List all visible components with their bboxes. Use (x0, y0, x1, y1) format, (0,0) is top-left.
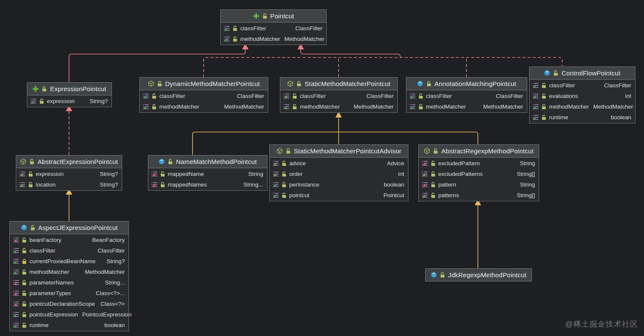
field-row: pointcutExpressionPointcutExpression (10, 309, 129, 320)
field-type: String? (89, 98, 108, 104)
property-read-icon (13, 269, 19, 275)
class-node-jdk-regexp-method-pointcut[interactable]: JdkRegexpMethodPointcut (425, 268, 532, 281)
class-header-annotation-matching-pointcut[interactable]: AnnotationMatchingPointcut (406, 78, 527, 90)
class-node-static-method-matcher-pointcut-advisor[interactable]: StaticMethodMatcherPointcutAdvisoradvice… (269, 144, 408, 201)
lock-open-icon (282, 192, 287, 198)
class-title: ExpressionPointcut (50, 85, 106, 92)
field-row: classFilterClassFilter (529, 80, 635, 91)
class-header-name-match-method-pointcut[interactable]: NameMatchMethodPointcut (148, 155, 267, 168)
class-node-annotation-matching-pointcut[interactable]: AnnotationMatchingPointcutclassFilterCla… (406, 77, 527, 113)
lock-open-icon (29, 159, 34, 165)
class-node-abstract-regexp-method-pointcut[interactable]: AbstractRegexpMethodPointcutexcludedPatt… (418, 144, 539, 201)
class-header-abstract-regexp-method-pointcut[interactable]: AbstractRegexpMethodPointcut (419, 145, 539, 158)
field-name: currentProxiedBeanName (29, 258, 95, 264)
lock-open-icon (440, 272, 445, 278)
property-write-icon (13, 290, 19, 296)
class-title: Pointcut (270, 12, 294, 20)
class-header-abstract-expression-pointcut[interactable]: AbstractExpressionPointcut (16, 155, 122, 168)
field-type: boolean (611, 114, 631, 121)
lock-open-icon (541, 83, 546, 89)
property-read-icon (30, 98, 37, 104)
class-node-aspectj-expression-pointcut[interactable]: AspectJExpressionPointcutbeanFactoryBean… (9, 221, 129, 331)
class-header-control-flow-pointcut[interactable]: ControlFlowPointcut (529, 67, 635, 80)
class-title: AbstractExpressionPointcut (37, 158, 118, 165)
field-type: String (520, 160, 535, 167)
class-title: AbstractRegexpMethodPointcut (441, 147, 534, 155)
lock-open-icon (282, 171, 287, 177)
class-header-pointcut[interactable]: Pointcut (221, 10, 326, 23)
property-readwrite-icon (273, 171, 279, 177)
field-type: ClassFilter (237, 93, 264, 99)
lock-closed-icon (22, 258, 27, 264)
class-fields-expression-pointcut: expressionString? (27, 95, 112, 107)
lock-open-icon (22, 269, 27, 275)
field-row: mappedNamesString... (148, 179, 267, 190)
class-node-abstract-expression-pointcut[interactable]: AbstractExpressionPointcutexpressionStri… (16, 155, 122, 191)
property-read-icon (143, 93, 149, 99)
field-name: evaluations (549, 93, 578, 99)
class-header-static-method-matcher-pointcut-advisor[interactable]: StaticMethodMatcherPointcutAdvisor (270, 145, 408, 158)
field-name: classFilter (159, 93, 185, 99)
class-fields-control-flow-pointcut: classFilterClassFilterevaluationsintmeth… (529, 80, 635, 123)
lock-open-icon (541, 115, 546, 121)
lock-open-icon (152, 104, 157, 110)
field-row: locationString? (16, 179, 122, 190)
field-row: methodMatcherMethodMatcher (406, 101, 527, 112)
class-node-static-method-matcher-pointcut[interactable]: StaticMethodMatcherPointcutclassFilterCl… (280, 77, 398, 113)
property-readwrite-icon (422, 171, 428, 177)
field-row: currentProxiedBeanNameString? (10, 256, 129, 267)
class-title: JdkRegexpMethodPointcut (448, 271, 526, 279)
lock-open-icon (22, 290, 27, 296)
class-header-static-method-matcher-pointcut[interactable]: StaticMethodMatcherPointcut (280, 78, 397, 90)
property-read-icon (273, 192, 279, 198)
lock-open-icon (286, 148, 291, 154)
class-header-expression-pointcut[interactable]: ExpressionPointcut (27, 83, 112, 95)
class-node-expression-pointcut[interactable]: ExpressionPointcutexpressionString? (27, 82, 112, 107)
class-node-control-flow-pointcut[interactable]: ControlFlowPointcutclassFilterClassFilte… (529, 66, 635, 123)
field-type: Pointcut (383, 192, 404, 198)
class-node-name-match-method-pointcut[interactable]: NameMatchMethodPointcutmappedNameStringm… (148, 155, 267, 191)
field-name: methodMatcher (159, 103, 199, 110)
field-row: adviceAdvice (270, 158, 408, 169)
property-write-icon (13, 279, 19, 286)
field-name: location (36, 181, 56, 188)
field-row: patternString (419, 179, 539, 190)
class-title: NameMatchMethodPointcut (176, 158, 257, 165)
field-type: String (520, 181, 535, 188)
lock-open-icon (418, 93, 423, 99)
field-name: perInstance (289, 181, 319, 188)
property-read-icon (532, 103, 539, 110)
field-name: classFilter (240, 25, 266, 32)
watermark: @稀土掘金技术社区 (565, 319, 638, 329)
field-name: expression (36, 171, 63, 177)
property-read-icon (283, 103, 290, 110)
class-node-pointcut[interactable]: PointcutclassFilterClassFiltermethodMatc… (220, 9, 327, 45)
field-name: patterns (438, 192, 459, 198)
lock-open-icon (296, 81, 302, 87)
field-type: MethodMatcher (483, 103, 523, 110)
field-type: PointcutExpression (82, 311, 132, 318)
class-header-dynamic-method-matcher-pointcut[interactable]: DynamicMethodMatcherPointcut (140, 78, 268, 90)
field-type: String? (100, 181, 118, 188)
class-header-jdk-regexp-method-pointcut[interactable]: JdkRegexpMethodPointcut (426, 269, 532, 281)
field-name: runtime (549, 114, 568, 121)
interface-icon (32, 86, 39, 92)
class-fields-dynamic-method-matcher-pointcut: classFilterClassFiltermethodMatcherMetho… (140, 90, 268, 112)
field-type: String (248, 171, 263, 177)
abstract-class-icon (20, 158, 26, 165)
class-header-aspectj-expression-pointcut[interactable]: AspectJExpressionPointcut (10, 221, 129, 234)
edge-implementors-trunk-to-pointcut (301, 49, 400, 57)
property-read-icon (532, 93, 539, 99)
field-name: runtime (29, 322, 49, 328)
class-fields-static-method-matcher-pointcut-advisor: adviceAdviceorderintperInstancebooleanpo… (270, 158, 408, 201)
lock-open-icon (292, 104, 297, 110)
field-type: String[] (517, 192, 535, 198)
class-title: AspectJExpressionPointcut (38, 224, 118, 231)
field-row: evaluationsint (529, 91, 635, 101)
property-write-icon (422, 181, 428, 188)
field-row: expressionString? (27, 96, 112, 106)
property-read-icon (224, 36, 230, 42)
lock-open-icon (157, 81, 162, 87)
class-node-dynamic-method-matcher-pointcut[interactable]: DynamicMethodMatcherPointcutclassFilterC… (139, 77, 268, 113)
class-title: DynamicMethodMatcherPointcut (165, 80, 260, 87)
